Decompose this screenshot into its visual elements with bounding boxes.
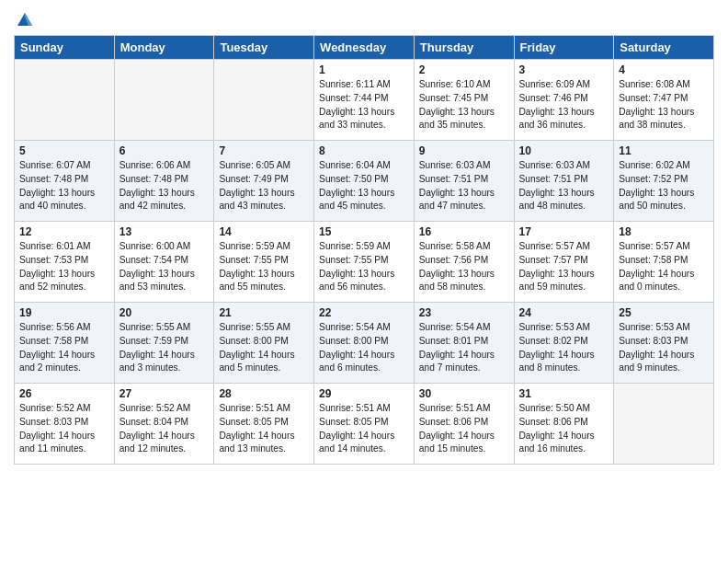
week-row-2: 5Sunrise: 6:07 AM Sunset: 7:48 PM Daylig… <box>15 141 714 222</box>
day-info: Sunrise: 6:11 AM Sunset: 7:44 PM Dayligh… <box>319 78 409 132</box>
day-info: Sunrise: 5:52 AM Sunset: 8:03 PM Dayligh… <box>19 402 109 456</box>
calendar-cell: 18Sunrise: 5:57 AM Sunset: 7:58 PM Dayli… <box>614 222 714 303</box>
calendar-cell: 31Sunrise: 5:50 AM Sunset: 8:06 PM Dayli… <box>514 384 614 465</box>
calendar-cell: 24Sunrise: 5:53 AM Sunset: 8:02 PM Dayli… <box>514 303 614 384</box>
day-info: Sunrise: 5:53 AM Sunset: 8:02 PM Dayligh… <box>519 321 609 375</box>
day-info: Sunrise: 6:02 AM Sunset: 7:52 PM Dayligh… <box>619 159 709 213</box>
calendar-cell <box>214 60 314 141</box>
weekday-header-monday: Monday <box>114 36 214 60</box>
week-row-4: 19Sunrise: 5:56 AM Sunset: 7:58 PM Dayli… <box>15 303 714 384</box>
page: SundayMondayTuesdayWednesdayThursdayFrid… <box>0 0 728 563</box>
day-info: Sunrise: 5:59 AM Sunset: 7:55 PM Dayligh… <box>319 240 409 294</box>
day-number: 29 <box>319 387 409 400</box>
day-number: 19 <box>19 306 109 319</box>
day-info: Sunrise: 5:58 AM Sunset: 7:56 PM Dayligh… <box>419 240 509 294</box>
day-number: 11 <box>619 144 709 157</box>
calendar-cell: 27Sunrise: 5:52 AM Sunset: 8:04 PM Dayli… <box>114 384 214 465</box>
calendar-cell: 13Sunrise: 6:00 AM Sunset: 7:54 PM Dayli… <box>114 222 214 303</box>
day-number: 22 <box>319 306 409 319</box>
day-number: 12 <box>19 225 109 238</box>
day-info: Sunrise: 5:51 AM Sunset: 8:05 PM Dayligh… <box>319 402 409 456</box>
calendar-cell: 4Sunrise: 6:08 AM Sunset: 7:47 PM Daylig… <box>614 60 714 141</box>
day-number: 6 <box>119 144 210 157</box>
day-number: 27 <box>119 387 210 400</box>
calendar-cell: 3Sunrise: 6:09 AM Sunset: 7:46 PM Daylig… <box>514 60 614 141</box>
day-info: Sunrise: 6:09 AM Sunset: 7:46 PM Dayligh… <box>519 78 609 132</box>
week-row-5: 26Sunrise: 5:52 AM Sunset: 8:03 PM Dayli… <box>15 384 714 465</box>
day-info: Sunrise: 5:59 AM Sunset: 7:55 PM Dayligh… <box>219 240 309 294</box>
calendar-cell <box>114 60 214 141</box>
calendar-cell: 26Sunrise: 5:52 AM Sunset: 8:03 PM Dayli… <box>15 384 115 465</box>
day-info: Sunrise: 5:55 AM Sunset: 7:59 PM Dayligh… <box>119 321 210 375</box>
day-info: Sunrise: 6:03 AM Sunset: 7:51 PM Dayligh… <box>419 159 509 213</box>
calendar-cell: 8Sunrise: 6:04 AM Sunset: 7:50 PM Daylig… <box>314 141 415 222</box>
day-info: Sunrise: 5:55 AM Sunset: 8:00 PM Dayligh… <box>219 321 309 375</box>
day-info: Sunrise: 5:54 AM Sunset: 8:01 PM Dayligh… <box>419 321 509 375</box>
weekday-header-friday: Friday <box>514 36 614 60</box>
header <box>14 9 714 28</box>
day-number: 30 <box>419 387 509 400</box>
day-number: 9 <box>419 144 509 157</box>
calendar-cell: 23Sunrise: 5:54 AM Sunset: 8:01 PM Dayli… <box>414 303 514 384</box>
calendar-cell: 16Sunrise: 5:58 AM Sunset: 7:56 PM Dayli… <box>414 222 514 303</box>
day-info: Sunrise: 6:01 AM Sunset: 7:53 PM Dayligh… <box>19 240 109 294</box>
week-row-1: 1Sunrise: 6:11 AM Sunset: 7:44 PM Daylig… <box>15 60 714 141</box>
logo <box>14 9 34 28</box>
calendar: SundayMondayTuesdayWednesdayThursdayFrid… <box>14 35 714 465</box>
day-number: 2 <box>419 63 509 76</box>
day-number: 20 <box>119 306 210 319</box>
logo-icon <box>16 9 34 28</box>
calendar-cell: 6Sunrise: 6:06 AM Sunset: 7:48 PM Daylig… <box>114 141 214 222</box>
calendar-cell: 17Sunrise: 5:57 AM Sunset: 7:57 PM Dayli… <box>514 222 614 303</box>
calendar-cell: 5Sunrise: 6:07 AM Sunset: 7:48 PM Daylig… <box>15 141 115 222</box>
weekday-header-tuesday: Tuesday <box>214 36 314 60</box>
day-number: 31 <box>519 387 609 400</box>
weekday-header-saturday: Saturday <box>614 36 714 60</box>
day-info: Sunrise: 6:03 AM Sunset: 7:51 PM Dayligh… <box>519 159 609 213</box>
day-info: Sunrise: 5:57 AM Sunset: 7:58 PM Dayligh… <box>619 240 709 294</box>
day-number: 23 <box>419 306 509 319</box>
weekday-header-thursday: Thursday <box>414 36 514 60</box>
calendar-cell <box>614 384 714 465</box>
calendar-cell: 15Sunrise: 5:59 AM Sunset: 7:55 PM Dayli… <box>314 222 415 303</box>
day-number: 7 <box>219 144 309 157</box>
day-number: 17 <box>519 225 609 238</box>
day-info: Sunrise: 5:51 AM Sunset: 8:05 PM Dayligh… <box>219 402 309 456</box>
calendar-cell: 14Sunrise: 5:59 AM Sunset: 7:55 PM Dayli… <box>214 222 314 303</box>
day-info: Sunrise: 6:08 AM Sunset: 7:47 PM Dayligh… <box>619 78 709 132</box>
day-info: Sunrise: 6:06 AM Sunset: 7:48 PM Dayligh… <box>119 159 210 213</box>
day-number: 15 <box>319 225 409 238</box>
day-info: Sunrise: 5:51 AM Sunset: 8:06 PM Dayligh… <box>419 402 509 456</box>
day-info: Sunrise: 6:10 AM Sunset: 7:45 PM Dayligh… <box>419 78 509 132</box>
day-info: Sunrise: 5:50 AM Sunset: 8:06 PM Dayligh… <box>519 402 609 456</box>
day-info: Sunrise: 5:57 AM Sunset: 7:57 PM Dayligh… <box>519 240 609 294</box>
day-number: 10 <box>519 144 609 157</box>
day-number: 16 <box>419 225 509 238</box>
day-number: 18 <box>619 225 709 238</box>
day-number: 5 <box>19 144 109 157</box>
day-info: Sunrise: 6:07 AM Sunset: 7:48 PM Dayligh… <box>19 159 109 213</box>
calendar-cell: 25Sunrise: 5:53 AM Sunset: 8:03 PM Dayli… <box>614 303 714 384</box>
calendar-cell: 29Sunrise: 5:51 AM Sunset: 8:05 PM Dayli… <box>314 384 415 465</box>
day-number: 28 <box>219 387 309 400</box>
calendar-cell: 7Sunrise: 6:05 AM Sunset: 7:49 PM Daylig… <box>214 141 314 222</box>
day-info: Sunrise: 5:53 AM Sunset: 8:03 PM Dayligh… <box>619 321 709 375</box>
calendar-cell <box>15 60 115 141</box>
weekday-header-row: SundayMondayTuesdayWednesdayThursdayFrid… <box>15 36 714 60</box>
day-info: Sunrise: 6:05 AM Sunset: 7:49 PM Dayligh… <box>219 159 309 213</box>
day-number: 13 <box>119 225 210 238</box>
day-number: 3 <box>519 63 609 76</box>
day-number: 21 <box>219 306 309 319</box>
weekday-header-wednesday: Wednesday <box>314 36 415 60</box>
calendar-cell: 12Sunrise: 6:01 AM Sunset: 7:53 PM Dayli… <box>15 222 115 303</box>
day-number: 1 <box>319 63 409 76</box>
calendar-cell: 20Sunrise: 5:55 AM Sunset: 7:59 PM Dayli… <box>114 303 214 384</box>
day-info: Sunrise: 5:54 AM Sunset: 8:00 PM Dayligh… <box>319 321 409 375</box>
calendar-cell: 28Sunrise: 5:51 AM Sunset: 8:05 PM Dayli… <box>214 384 314 465</box>
calendar-cell: 19Sunrise: 5:56 AM Sunset: 7:58 PM Dayli… <box>15 303 115 384</box>
day-number: 8 <box>319 144 409 157</box>
day-info: Sunrise: 5:52 AM Sunset: 8:04 PM Dayligh… <box>119 402 210 456</box>
calendar-cell: 30Sunrise: 5:51 AM Sunset: 8:06 PM Dayli… <box>414 384 514 465</box>
weekday-header-sunday: Sunday <box>15 36 115 60</box>
day-info: Sunrise: 6:04 AM Sunset: 7:50 PM Dayligh… <box>319 159 409 213</box>
